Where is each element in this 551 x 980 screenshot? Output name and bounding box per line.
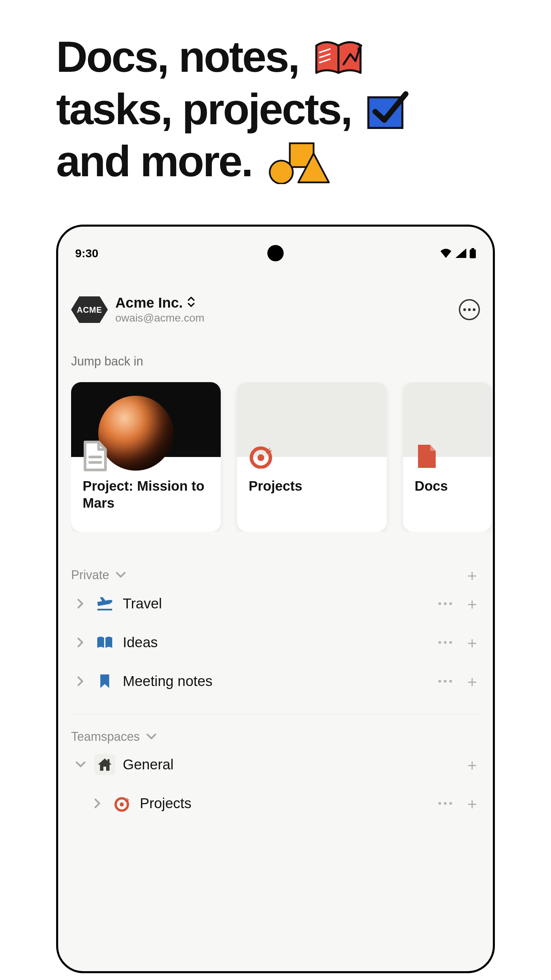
tree-item-label: General	[123, 756, 173, 773]
item-more-button[interactable]	[438, 680, 452, 682]
jump-back-in-label: Jump back in	[71, 354, 480, 369]
chevron-right-icon[interactable]	[75, 675, 87, 687]
svg-rect-3	[472, 248, 474, 250]
item-more-button[interactable]	[438, 641, 452, 644]
cellular-icon	[456, 248, 466, 258]
svg-point-12	[120, 802, 124, 807]
section-divider	[71, 714, 480, 714]
item-add-button[interactable]: ＋	[464, 795, 480, 811]
jump-card-mission-to-mars[interactable]: Project: Mission to Mars	[71, 382, 221, 532]
jump-card-projects[interactable]: Projects	[237, 382, 387, 532]
status-bar: 9:30	[58, 243, 493, 263]
add-private-page-button[interactable]: ＋	[464, 567, 480, 583]
home-icon	[94, 754, 115, 775]
teamspaces-section-toggle[interactable]: Teamspaces	[71, 730, 157, 744]
svg-text:ACME: ACME	[77, 305, 102, 314]
jump-card-docs[interactable]: Docs	[403, 382, 491, 532]
more-menu-button[interactable]	[459, 299, 480, 320]
tree-item-travel[interactable]: Travel ＋	[71, 584, 480, 623]
book-icon	[94, 632, 115, 653]
tree-item-general[interactable]: General ＋	[71, 745, 480, 784]
shapes-icon	[263, 140, 330, 184]
item-more-button[interactable]	[438, 802, 452, 805]
card-title: Project: Mission to Mars	[83, 477, 209, 511]
tree-item-label: Ideas	[123, 634, 158, 651]
open-book-icon	[310, 35, 367, 80]
headline-text-2: tasks, projects,	[56, 85, 351, 134]
battery-icon	[470, 248, 476, 258]
tree-item-meeting-notes[interactable]: Meeting notes ＋	[71, 662, 480, 701]
chevron-down-icon	[114, 569, 127, 581]
card-title: Projects	[249, 477, 375, 495]
bookmark-icon	[94, 671, 115, 692]
headline-text-1: Docs, notes,	[56, 32, 299, 81]
chevron-right-icon[interactable]	[92, 797, 104, 810]
teamspaces-label: Teamspaces	[71, 730, 140, 744]
wifi-icon	[440, 248, 452, 258]
chevron-down-icon[interactable]	[75, 759, 87, 771]
chevron-right-icon[interactable]	[75, 598, 87, 610]
jump-back-in-cards: Project: Mission to Mars Projects	[71, 382, 493, 532]
status-time: 9:30	[75, 247, 98, 260]
headline-text-3: and more.	[56, 137, 252, 185]
svg-rect-4	[470, 250, 476, 258]
checkmark-icon	[362, 88, 410, 132]
chevron-down-icon	[145, 730, 157, 743]
target-icon	[111, 793, 132, 814]
tree-item-label: Projects	[140, 795, 192, 811]
item-add-button[interactable]: ＋	[464, 635, 480, 650]
tree-item-projects[interactable]: Projects ＋	[71, 784, 480, 823]
svg-point-8	[257, 454, 264, 461]
svg-rect-10	[108, 759, 110, 762]
workspace-header: ACME Acme Inc. owais@acme.com	[71, 295, 480, 324]
chevron-right-icon[interactable]	[75, 636, 87, 649]
svg-rect-9	[97, 609, 112, 611]
document-icon	[413, 443, 440, 470]
tree-item-label: Meeting notes	[123, 673, 213, 689]
workspace-email: owais@acme.com	[115, 312, 205, 324]
target-icon	[247, 443, 275, 470]
card-title: Docs	[414, 477, 480, 495]
private-section-toggle[interactable]: Private	[71, 568, 127, 582]
item-add-button[interactable]: ＋	[464, 757, 480, 772]
item-add-button[interactable]: ＋	[464, 673, 480, 689]
workspace-name: Acme Inc.	[115, 295, 183, 311]
workspace-badge[interactable]: ACME	[71, 296, 108, 323]
workspace-switcher[interactable]: Acme Inc.	[115, 295, 205, 311]
up-down-chevron-icon	[187, 295, 195, 311]
svg-point-2	[270, 161, 293, 184]
phone-frame: 9:30 ACME	[56, 224, 495, 973]
item-more-button[interactable]	[438, 602, 452, 605]
item-add-button[interactable]: ＋	[464, 596, 480, 611]
marketing-headline: Docs, notes, tasks, projects, and more.	[56, 30, 495, 188]
page-icon	[81, 443, 108, 470]
private-section: Private ＋	[71, 566, 480, 823]
tree-item-label: Travel	[123, 595, 162, 612]
private-label: Private	[71, 568, 109, 582]
travel-icon	[94, 593, 115, 614]
tree-item-ideas[interactable]: Ideas ＋	[71, 623, 480, 662]
